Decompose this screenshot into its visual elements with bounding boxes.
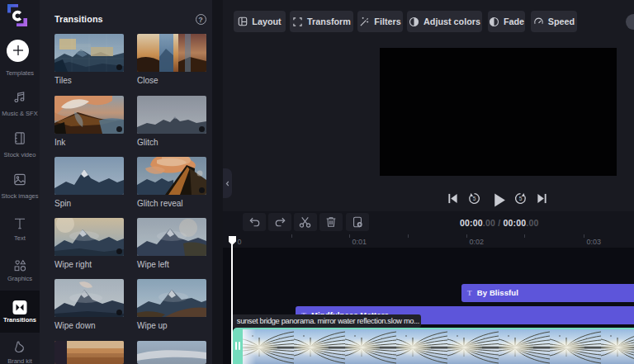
svg-text:5: 5 [472, 196, 476, 201]
svg-text:5: 5 [518, 196, 522, 201]
